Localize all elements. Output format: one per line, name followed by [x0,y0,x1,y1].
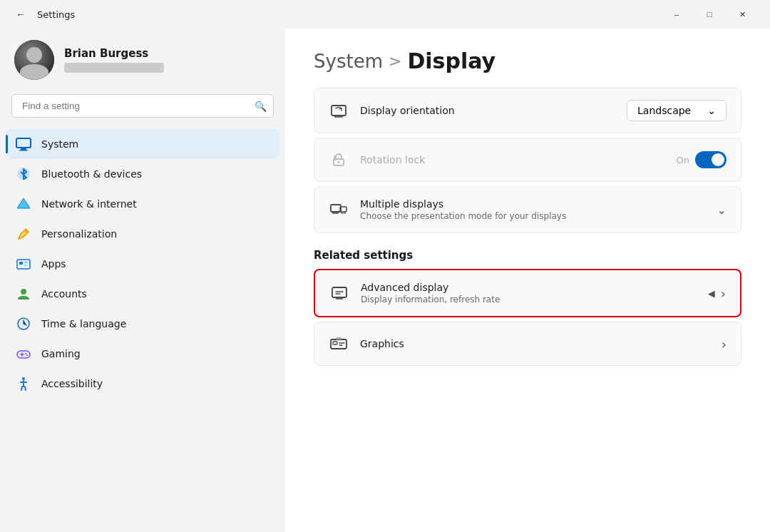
minimize-button[interactable]: – [660,3,693,26]
toggle-knob [712,153,724,166]
dropdown-chevron: ⌄ [707,105,716,116]
sidebar-label-time: Time & language [41,318,126,329]
sidebar-label-network: Network & internet [41,198,137,210]
graphics-label: Graphics [360,338,404,349]
orientation-dropdown[interactable]: Landscape ⌄ [627,100,727,121]
svg-point-15 [22,377,25,380]
svg-rect-8 [24,262,28,263]
sidebar-item-system[interactable]: System [6,129,279,159]
rotation-lock-label: Rotation lock [360,154,425,165]
svg-rect-24 [336,337,342,339]
main-layout: Brian Burgess 🔍 System [0,29,770,532]
cursor-icon: ◀ [708,288,715,299]
apps-icon [16,256,31,272]
maximize-button[interactable]: □ [693,3,726,26]
accounts-icon [16,286,31,302]
graphics-icon [329,334,349,354]
sidebar-item-apps[interactable]: Apps [6,249,279,279]
advanced-display-icon [329,283,349,303]
setting-row-display-orientation: Display orientation Landscape ⌄ [314,88,741,133]
related-row-advanced-display[interactable]: Advanced display Display information, re… [314,269,741,317]
sidebar-item-bluetooth[interactable]: Bluetooth & devices [6,159,279,189]
display-orientation-icon [329,101,349,121]
system-icon [16,136,31,152]
avatar [14,40,54,80]
user-info: Brian Burgess [64,47,164,73]
breadcrumb-separator: > [389,52,401,70]
advanced-display-chevron[interactable]: › [721,286,726,301]
multiple-displays-text: Multiple displays Choose the presentatio… [360,198,566,221]
personalization-icon [16,226,31,242]
settings-list: Display orientation Landscape ⌄ [285,88,770,383]
avatar-image [14,40,54,80]
search-icon: 🔍 [255,101,267,112]
svg-point-5 [25,230,28,232]
setting-row-left-2: Rotation lock [329,150,425,170]
sidebar-item-accessibility[interactable]: Accessibility [6,369,279,399]
sidebar-label-personalization: Personalization [41,228,117,240]
nav-list: System Bluetooth & devices [0,129,285,399]
bluetooth-icon [16,166,31,182]
related-settings-heading: Related settings [314,237,741,267]
rotation-lock-control: On [677,151,727,168]
sidebar-label-accounts: Accounts [41,288,87,300]
sidebar-label-apps: Apps [41,258,66,270]
sidebar: Brian Burgess 🔍 System [0,29,285,532]
rotation-lock-toggle[interactable] [695,151,727,168]
svg-rect-1 [21,148,26,150]
content-area: System > Display Di [285,29,770,532]
svg-rect-23 [333,342,337,344]
display-orientation-control[interactable]: Landscape ⌄ [627,100,727,121]
multiple-displays-label: Multiple displays [360,198,566,210]
content-header: System > Display [285,29,770,88]
svg-marker-4 [17,198,30,208]
user-section: Brian Burgess [0,29,285,94]
search-input[interactable] [11,94,274,118]
svg-rect-21 [332,287,346,297]
window-controls: – □ ✕ [660,3,759,26]
time-icon [16,316,31,332]
multiple-displays-chevron[interactable]: ⌄ [717,203,727,217]
sidebar-item-time[interactable]: Time & language [6,309,279,339]
breadcrumb: System > Display [314,48,741,73]
svg-rect-6 [17,260,30,269]
sidebar-label-gaming: Gaming [41,348,81,359]
svg-rect-2 [19,150,28,151]
graphics-left: Graphics [329,334,404,354]
sidebar-item-accounts[interactable]: Accounts [6,279,279,309]
related-row-graphics[interactable]: Graphics › [314,322,741,366]
setting-row-left: Display orientation [329,101,455,121]
sidebar-item-network[interactable]: Network & internet [6,189,279,219]
svg-point-13 [25,353,26,354]
search-box: 🔍 [11,94,274,118]
sidebar-label-accessibility: Accessibility [41,378,103,389]
advanced-display-sub: Display information, refresh rate [361,295,500,305]
svg-rect-0 [16,138,31,148]
advanced-display-label: Advanced display [361,282,500,293]
svg-point-18 [338,161,340,163]
setting-row-left-3: Multiple displays Choose the presentatio… [329,198,566,221]
svg-rect-19 [331,205,341,212]
close-button[interactable]: ✕ [726,3,759,26]
breadcrumb-parent: System [314,51,383,72]
title-bar: ← Settings – □ ✕ [0,0,770,29]
sidebar-label-system: System [41,138,78,150]
setting-row-rotation-lock: Rotation lock On [314,138,741,182]
accessibility-icon [16,376,31,392]
multiple-displays-icon [329,200,349,220]
advanced-display-text: Advanced display Display information, re… [361,282,500,305]
svg-point-14 [26,354,28,356]
display-orientation-label: Display orientation [360,105,455,116]
sidebar-label-bluetooth: Bluetooth & devices [41,168,142,180]
rotation-lock-icon [329,150,349,170]
window-title: Settings [37,9,75,20]
sidebar-item-gaming[interactable]: Gaming [6,339,279,369]
svg-point-10 [21,289,26,295]
setting-row-multiple-displays[interactable]: Multiple displays Choose the presentatio… [314,186,741,233]
sidebar-item-personalization[interactable]: Personalization [6,219,279,249]
user-name: Brian Burgess [64,47,164,60]
graphics-chevron[interactable]: › [722,337,727,352]
back-button[interactable]: ← [11,6,30,23]
svg-rect-7 [19,262,23,265]
rotation-lock-value: On [677,155,689,165]
